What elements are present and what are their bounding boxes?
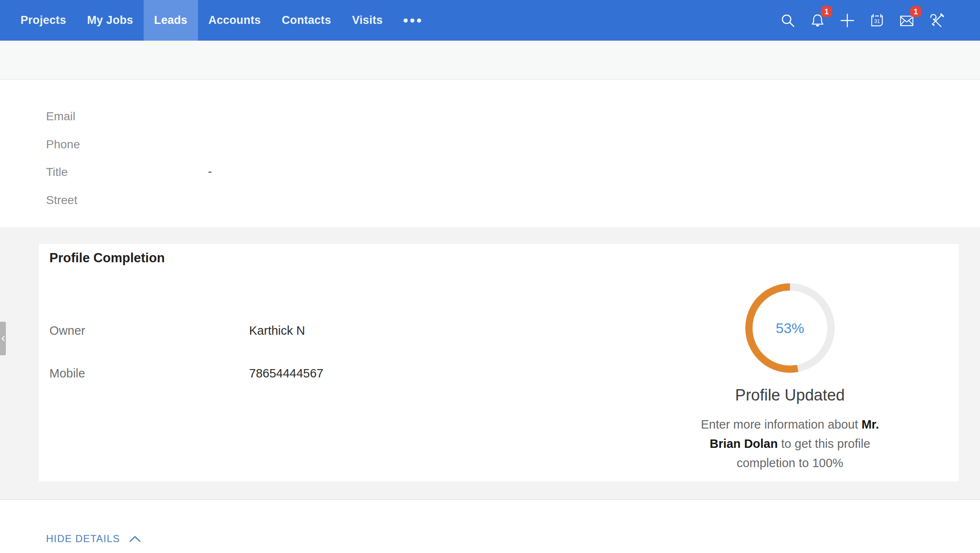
chevron-left-icon bbox=[1, 336, 5, 341]
calendar-day-label: 31 bbox=[874, 18, 880, 24]
tools-wrench-icon[interactable] bbox=[929, 0, 944, 41]
mobile-label: Mobile bbox=[49, 367, 85, 380]
nav-item-my-jobs[interactable]: My Jobs bbox=[77, 0, 144, 41]
sidebar-collapse-handle[interactable] bbox=[0, 322, 6, 355]
nav-item-accounts[interactable]: Accounts bbox=[198, 0, 271, 41]
navbar-icon-group: 1 31 1 bbox=[780, 0, 944, 41]
nav-item-projects[interactable]: Projects bbox=[10, 0, 77, 41]
footer-panel: HIDE DETAILS bbox=[0, 500, 980, 553]
hide-details-label: HIDE DETAILS bbox=[46, 533, 120, 545]
owner-value: Karthick N bbox=[249, 324, 305, 338]
nav-item-leads[interactable]: Leads bbox=[144, 0, 198, 41]
mail-badge: 1 bbox=[910, 6, 921, 17]
truncated-field-value: - bbox=[208, 165, 212, 178]
nav-item-contacts[interactable]: Contacts bbox=[271, 0, 342, 41]
field-label-title: Title bbox=[46, 165, 68, 179]
notifications-badge: 1 bbox=[821, 6, 832, 17]
chevron-up-icon bbox=[129, 535, 141, 542]
add-plus-icon[interactable] bbox=[839, 0, 855, 41]
card-title: Profile Completion bbox=[49, 251, 165, 266]
hide-details-toggle[interactable]: HIDE DETAILS bbox=[46, 533, 141, 545]
profile-status-description: Enter more information about Mr. Brian D… bbox=[692, 415, 888, 473]
field-label-street: Street bbox=[46, 194, 77, 207]
profile-completion-card: Profile Completion Owner Karthick N Mobi… bbox=[39, 244, 959, 481]
profile-completion-donut: 53% bbox=[741, 279, 839, 377]
field-label-phone: Phone bbox=[46, 138, 80, 151]
notifications-bell-icon[interactable]: 1 bbox=[810, 0, 826, 41]
completion-percent: 53% bbox=[741, 279, 839, 377]
field-label-email: Email bbox=[46, 110, 75, 123]
top-navbar: Projects My Jobs Leads Accounts Contacts… bbox=[0, 0, 980, 41]
record-header: B 0 Brian Dolan - Villa Margarita Send E… bbox=[0, 41, 980, 80]
search-icon[interactable] bbox=[780, 0, 796, 41]
mail-envelope-icon[interactable]: 1 bbox=[899, 0, 915, 41]
nav-overflow-ellipsis-icon[interactable] bbox=[393, 0, 432, 41]
calendar-icon[interactable]: 31 bbox=[869, 0, 885, 41]
profile-status-title: Profile Updated bbox=[652, 386, 928, 404]
nav-item-visits[interactable]: Visits bbox=[342, 0, 393, 41]
detail-fields-panel: - Email Phone Title Street bbox=[0, 80, 980, 227]
owner-label: Owner bbox=[49, 324, 85, 338]
mobile-value: 78654444567 bbox=[249, 367, 323, 380]
